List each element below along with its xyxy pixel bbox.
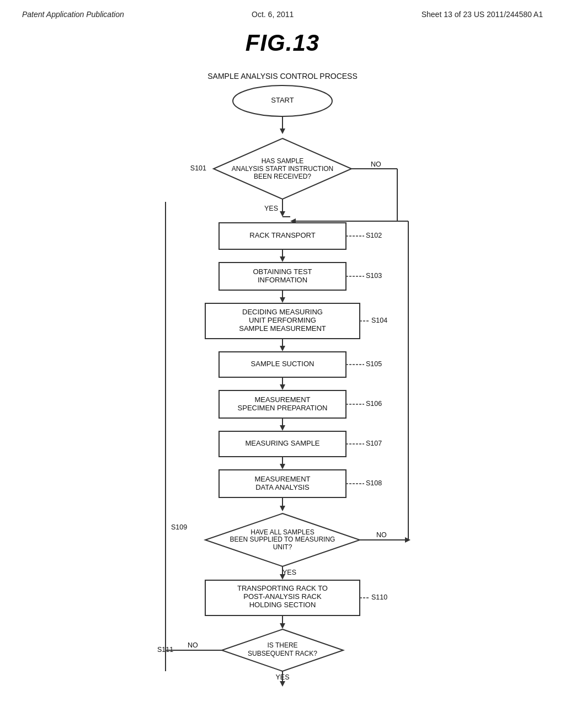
no2-label: NO [376,531,387,539]
start-label: START [271,96,294,104]
fig-title: FIG.13 [0,30,565,56]
s103-label: S103 [366,272,382,280]
s106-text2: SPECIMEN PREPARATION [238,404,328,412]
svg-marker-34 [280,464,285,469]
s101-text3: BEEN RECEIVED? [254,173,311,180]
s107-label: S107 [366,440,382,447]
s109-text3: UNIT? [273,543,292,551]
subtitle-text: SAMPLE ANALYSIS CONTROL PROCESS [207,72,358,81]
s102-text: RACK TRANSPORT [249,231,315,239]
s104-text1: DECIDING MEASURING [242,308,323,316]
svg-marker-30 [280,425,285,431]
s106-label: S106 [366,400,382,408]
svg-marker-22 [280,346,285,351]
svg-marker-38 [280,506,285,511]
svg-marker-2 [280,129,285,134]
date-label: Oct. 6, 2011 [252,10,294,19]
s103-text1: OBTAINING TEST [253,267,312,276]
s111-text1: IS THERE [267,641,297,649]
svg-marker-53 [280,681,285,687]
yes1-label: YES [264,205,278,212]
s105-label: S105 [366,360,382,368]
sheet-label: Sheet 13 of 23 US 2011/244580 A1 [422,10,543,19]
yes2-label: YES [282,569,296,576]
flowchart-svg: SAMPLE ANALYSIS CONTROL PROCESS START HA… [0,58,565,698]
yes3-label: YES [275,673,289,681]
s105-text: SAMPLE SUCTION [251,360,315,368]
s106-text1: MEASUREMENT [254,395,310,404]
svg-marker-26 [280,384,285,390]
s107-text: MEASURING SAMPLE [245,439,319,447]
s109-text1: HAVE ALL SAMPLES [250,528,314,536]
diagram-container: SAMPLE ANALYSIS CONTROL PROCESS START HA… [0,58,565,698]
s110-text1: TRANSPORTING RACK TO [237,584,328,592]
s108-text1: MEASUREMENT [254,475,310,483]
s110-label: S110 [371,593,387,601]
s104-text3: SAMPLE MEASUREMENT [239,324,326,333]
publication-label: Patent Application Publication [22,10,124,19]
no1-label: NO [371,160,381,168]
s103-text2: INFORMATION [258,276,307,284]
no3-label: NO [188,641,198,649]
s101-text1: HAS SAMPLE [262,157,304,165]
s109-label: S109 [171,523,187,531]
s104-text2: UNIT PERFORMING [249,316,316,324]
svg-marker-9 [280,211,285,217]
svg-marker-14 [280,256,285,262]
s108-text2: DATA ANALYSIS [255,483,310,491]
s102-label: S102 [366,232,382,239]
s110-text2: POST-ANALYSIS RACK [243,592,322,601]
s101-label: S101 [190,164,206,172]
s108-label: S108 [366,479,382,487]
svg-marker-49 [280,623,285,629]
s109-text2: BEEN SUPPLIED TO MEASURING [230,536,335,543]
svg-marker-18 [280,297,285,303]
s101-text2: ANALYSIS START INSTRUCTION [232,165,333,173]
s111-text2: SUBSEQUENT RACK? [248,650,317,657]
s110-text3: HOLDING SECTION [249,601,316,609]
s104-label: S104 [371,317,387,324]
page-header: Patent Application Publication Oct. 6, 2… [0,0,565,24]
